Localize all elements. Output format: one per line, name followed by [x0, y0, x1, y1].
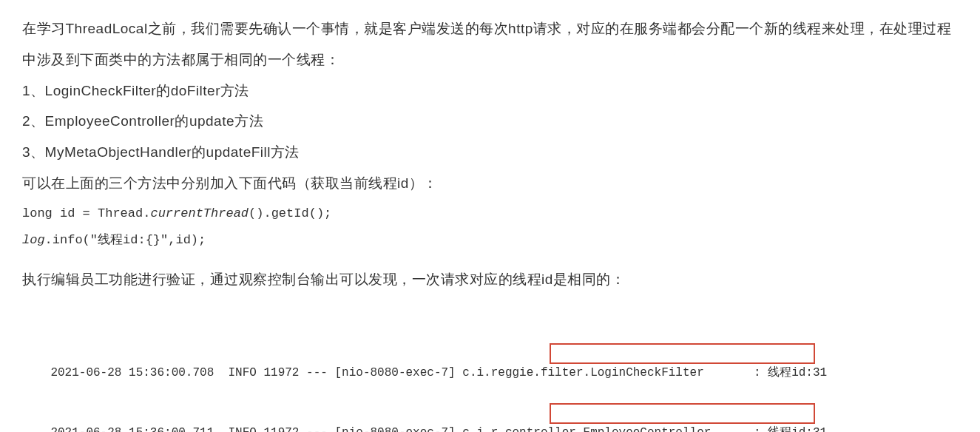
log-output: 2021-06-28 15:36:00.708 INFO 11972 --- [… [22, 303, 958, 432]
list-item-1: 1、LoginCheckFilter的doFilter方法 [22, 75, 958, 107]
result-paragraph: 执行编辑员工功能进行验证，通过观察控制台输出可以发现，一次请求对应的线程id是相… [22, 264, 958, 295]
code-italic: log [22, 233, 45, 247]
code-text: ().getId(); [249, 206, 331, 220]
code-text: long id = Thread. [22, 206, 150, 220]
highlight-box [550, 343, 815, 364]
highlight-box [550, 403, 815, 424]
log-row: 2021-06-28 15:36:00.711 INFO 11972 --- [… [50, 426, 827, 432]
code-italic: currentThread [150, 206, 249, 220]
list-item-2: 2、EmployeeController的update方法 [22, 106, 958, 137]
code-text: .info("线程id:{}",id); [45, 233, 206, 247]
code-line-2: log.info("线程id:{}",id); [22, 229, 958, 252]
instruction-paragraph: 可以在上面的三个方法中分别加入下面代码（获取当前线程id）： [22, 168, 958, 199]
code-line-1: long id = Thread.currentThread().getId()… [22, 202, 958, 226]
list-item-3: 3、MyMetaObjectHandler的updateFill方法 [22, 137, 958, 168]
intro-paragraph: 在学习ThreadLocal之前，我们需要先确认一个事情，就是客户端发送的每次h… [22, 13, 958, 75]
log-row: 2021-06-28 15:36:00.708 INFO 11972 --- [… [50, 366, 827, 379]
